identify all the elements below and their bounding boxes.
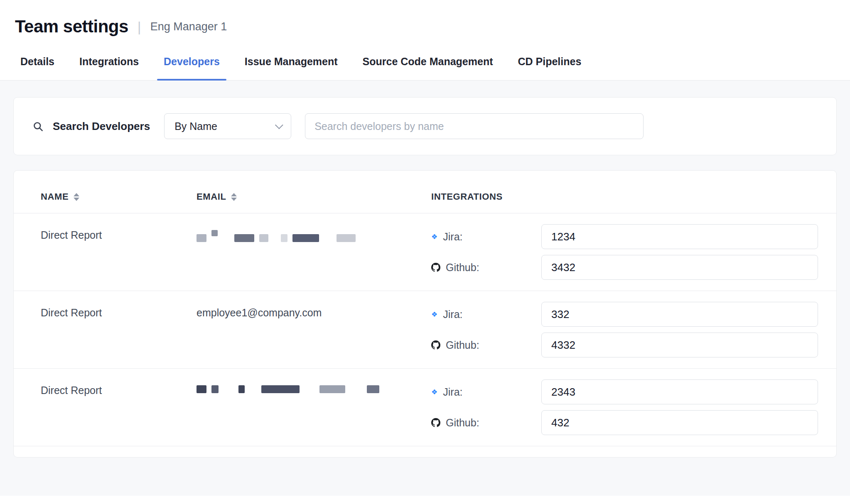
- integrations-cell: ❖ Jira: Github:: [431, 224, 818, 280]
- redacted-email: [197, 224, 431, 242]
- github-label: Github:: [431, 262, 541, 274]
- sort-email-button[interactable]: [231, 193, 237, 201]
- jira-icon: ❖: [431, 389, 437, 396]
- github-label: Github:: [431, 339, 541, 351]
- tab-bar: Details Integrations Developers Issue Ma…: [0, 44, 850, 81]
- search-developers-card: Search Developers By Name: [13, 97, 837, 155]
- redacted-block: [261, 385, 300, 393]
- tab-issue-management[interactable]: Issue Management: [244, 44, 339, 80]
- search-icon: [32, 121, 44, 132]
- github-id-input[interactable]: [541, 410, 818, 435]
- tab-developers[interactable]: Developers: [163, 44, 221, 80]
- github-icon: [431, 418, 440, 427]
- tab-source-code-management[interactable]: Source Code Management: [362, 44, 494, 80]
- redacted-block: [238, 385, 245, 393]
- page-header: Team settings | Eng Manager 1: [0, 0, 850, 44]
- table-row: Direct Report ❖ Jira:: [14, 213, 836, 291]
- developers-table: NAME EMAIL INTEGRATIONS Direct Report: [13, 170, 837, 458]
- redacted-block: [234, 234, 254, 242]
- jira-icon: ❖: [431, 311, 437, 318]
- developer-name: Direct Report: [41, 302, 197, 319]
- tab-cd-pipelines[interactable]: CD Pipelines: [517, 44, 582, 80]
- jira-label: ❖ Jira:: [431, 386, 541, 398]
- redacted-block: [281, 234, 287, 242]
- jira-id-input[interactable]: [541, 302, 818, 327]
- github-integration-row: Github:: [431, 333, 818, 357]
- column-header-integrations: INTEGRATIONS: [431, 191, 816, 202]
- jira-label: ❖ Jira:: [431, 308, 541, 321]
- page-title: Team settings: [15, 17, 128, 37]
- github-id-input[interactable]: [541, 255, 818, 280]
- github-icon: [431, 263, 440, 272]
- sort-up-icon: [74, 193, 79, 196]
- jira-integration-row: ❖ Jira:: [431, 379, 818, 404]
- github-label: Github:: [431, 417, 541, 429]
- developer-name: Direct Report: [41, 379, 197, 396]
- sort-down-icon: [231, 198, 237, 201]
- table-row: Direct Report ❖ Jira:: [14, 369, 836, 446]
- github-id-input[interactable]: [541, 333, 818, 357]
- column-header-name: NAME: [41, 191, 197, 202]
- redacted-block: [197, 385, 206, 393]
- search-filter-value: By Name: [174, 120, 217, 132]
- main-content: Search Developers By Name NAME EMAIL: [0, 81, 850, 496]
- tab-details[interactable]: Details: [20, 44, 55, 80]
- sort-down-icon: [74, 198, 79, 201]
- redacted-block: [197, 234, 206, 242]
- jira-id-input[interactable]: [541, 224, 818, 249]
- sort-up-icon: [231, 193, 237, 196]
- column-header-email: EMAIL: [197, 191, 431, 202]
- jira-label: ❖ Jira:: [431, 231, 541, 243]
- table-header-row: NAME EMAIL INTEGRATIONS: [14, 176, 836, 213]
- search-input[interactable]: [305, 113, 644, 139]
- integrations-cell: ❖ Jira: Github:: [431, 302, 818, 357]
- jira-integration-row: ❖ Jira:: [431, 224, 818, 249]
- redacted-block: [367, 385, 379, 393]
- redacted-email: [197, 379, 431, 393]
- jira-icon: ❖: [431, 233, 437, 240]
- redacted-block: [259, 234, 268, 242]
- chevron-down-icon: [275, 121, 283, 129]
- redacted-block: [292, 234, 319, 242]
- table-row: Direct Report employee1@company.com ❖ Ji…: [14, 291, 836, 369]
- search-developers-label: Search Developers: [53, 120, 150, 133]
- search-filter-select[interactable]: By Name: [164, 113, 291, 139]
- redacted-block: [211, 385, 219, 393]
- title-divider: |: [138, 19, 141, 35]
- redacted-block: [211, 230, 218, 236]
- developer-name: Direct Report: [41, 224, 197, 241]
- github-integration-row: Github:: [431, 255, 818, 280]
- github-integration-row: Github:: [431, 410, 818, 435]
- jira-integration-row: ❖ Jira:: [431, 302, 818, 327]
- github-icon: [431, 340, 440, 350]
- developer-email: employee1@company.com: [197, 302, 431, 319]
- integrations-cell: ❖ Jira: Github:: [431, 379, 818, 435]
- page-subtitle: Eng Manager 1: [150, 20, 227, 33]
- redacted-block: [337, 234, 356, 242]
- sort-name-button[interactable]: [74, 193, 79, 201]
- redacted-block: [319, 385, 345, 393]
- tab-integrations[interactable]: Integrations: [79, 44, 140, 80]
- jira-id-input[interactable]: [541, 379, 818, 404]
